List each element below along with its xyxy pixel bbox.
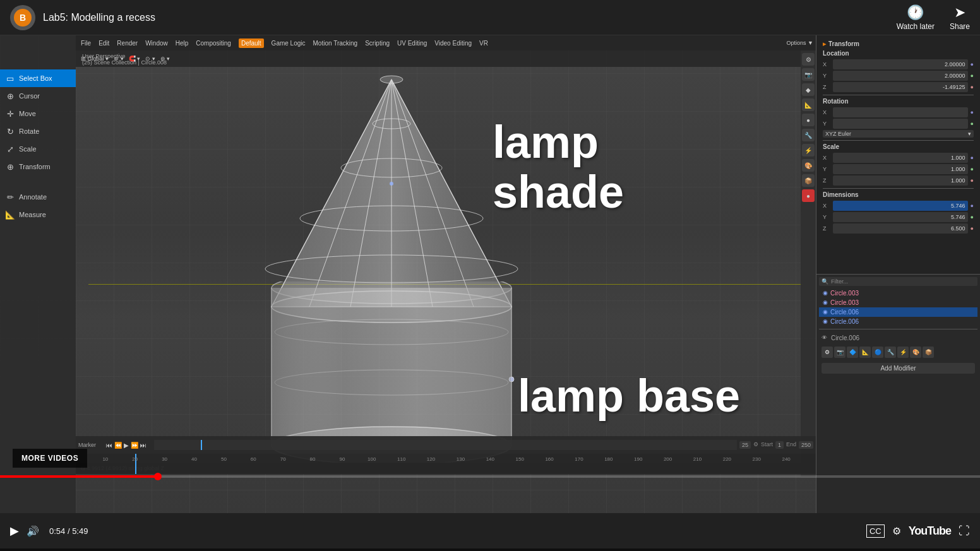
current-frame-display[interactable]: 25 — [739, 441, 751, 449]
xyz-euler-dropdown[interactable]: XYZ Euler ▾ — [823, 130, 974, 138]
timeline-frame-track[interactable] — [154, 440, 737, 450]
circle003-1-icon: ◉ — [823, 290, 828, 296]
menu-default[interactable]: Default — [239, 39, 264, 48]
menu-uv-editing[interactable]: UV Editing — [397, 40, 427, 47]
tl-play[interactable]: ▶ — [124, 442, 129, 449]
prop-icon-4[interactable]: 📐 — [859, 347, 871, 358]
ri-10[interactable]: ● — [802, 189, 815, 202]
prop-icon-7[interactable]: ⚡ — [897, 347, 909, 358]
scrubber-num-220: 220 — [723, 456, 731, 462]
tool-select-box[interactable]: ▭ Select Box — [0, 69, 76, 87]
scrubber-num-190: 190 — [634, 456, 642, 462]
prop-icon-2[interactable]: 📷 — [834, 347, 846, 358]
start-frame-input[interactable]: 1 — [775, 441, 784, 449]
scene-item-circle006-2[interactable]: ◉ Circle.006 — [819, 317, 977, 326]
scrubber-num-160: 160 — [545, 456, 553, 462]
tool-rotate[interactable]: ↻ Rotate — [0, 122, 76, 140]
menu-compositing[interactable]: Compositing — [196, 40, 231, 47]
play-button[interactable]: ▶ — [10, 524, 19, 538]
ri-1[interactable]: ⚙ — [802, 53, 815, 66]
measure-icon: 📐 — [5, 210, 15, 220]
prop-icon-5[interactable]: 🔵 — [872, 347, 883, 358]
menu-help[interactable]: Help — [176, 40, 189, 47]
volume-button[interactable]: 🔊 — [27, 525, 39, 537]
scrubber-inner[interactable]: 10 20 30 40 50 60 70 80 90 100 110 120 1… — [76, 454, 816, 474]
scale-label: Scale — [19, 145, 37, 153]
menu-window[interactable]: Window — [145, 40, 168, 47]
options-button[interactable]: Options ▼ — [787, 40, 813, 46]
dimensions-title: Dimensions — [823, 191, 974, 198]
tool-transform[interactable]: ⊕ Transform — [0, 158, 76, 175]
scene-filter-input[interactable]: 🔍Filter... — [819, 277, 977, 286]
prop-icon-6[interactable]: 🔧 — [885, 347, 896, 358]
fullscreen-button[interactable]: ⛶ — [959, 524, 970, 538]
ri-2[interactable]: 📷 — [802, 68, 815, 81]
menu-vr[interactable]: VR — [479, 40, 488, 47]
y-scale-input[interactable]: 1.000 — [833, 164, 968, 174]
end-frame-input[interactable]: 250 — [799, 441, 813, 449]
z-location-input[interactable]: -1.49125 — [833, 82, 968, 92]
tl-skip-end[interactable]: ⏭ — [140, 442, 146, 449]
x-location-input[interactable]: 2.00000 — [833, 59, 968, 69]
tool-scale[interactable]: ⤢ Scale — [0, 140, 76, 158]
prop-icon-3[interactable]: 🔷 — [847, 347, 858, 358]
share-button[interactable]: ➤ Share — [950, 4, 970, 31]
ri-8[interactable]: 🎨 — [802, 159, 815, 172]
prop-icon-8[interactable]: 🎨 — [910, 347, 921, 358]
menu-edit[interactable]: Edit — [99, 40, 109, 47]
ri-9[interactable]: 📦 — [802, 174, 815, 187]
menu-motion-tracking[interactable]: Motion Tracking — [313, 40, 358, 47]
scene-item-circle003-1[interactable]: ◉ Circle.003 — [819, 288, 977, 298]
menu-render[interactable]: Render — [117, 40, 138, 47]
more-videos-button[interactable]: MORE VIDEOS — [13, 449, 87, 468]
annotate-icon: ✏ — [5, 192, 15, 202]
settings-button[interactable]: ⚙ — [892, 525, 901, 537]
cc-button[interactable]: CC — [866, 524, 885, 538]
x-rotation-input[interactable] — [833, 107, 968, 117]
scrubber-num-240: 240 — [782, 456, 790, 462]
ri-5[interactable]: ● — [802, 114, 815, 126]
prop-icon-1[interactable]: ⚙ — [822, 347, 833, 358]
x-dimension-input[interactable]: 5.746 — [833, 201, 968, 211]
prop-icon-9[interactable]: 📦 — [923, 347, 934, 358]
y-scale-label: Y — [823, 166, 830, 172]
tool-move[interactable]: ✛ Move — [0, 105, 76, 122]
watch-later-button[interactable]: 🕐 Watch later — [897, 4, 935, 31]
scrubber-num-20: 20 — [132, 456, 138, 462]
add-modifier-button[interactable]: Add Modifier — [822, 363, 975, 374]
menu-scripting[interactable]: Scripting — [365, 40, 390, 47]
tl-next-frame[interactable]: ⏩ — [131, 442, 138, 449]
tl-skip-start[interactable]: ⏮ — [106, 442, 112, 449]
tool-cursor[interactable]: ⊕ Cursor — [0, 87, 76, 105]
menu-video-editing[interactable]: Video Editing — [434, 40, 472, 47]
x-scale-input[interactable]: 1.000 — [833, 153, 968, 163]
lamp-base-label: lamp base — [518, 370, 740, 422]
z-dimension-input[interactable]: 6.500 — [833, 223, 968, 234]
location-title: Location — [823, 50, 974, 57]
timeline-label: Marker — [78, 442, 104, 448]
progress-bar-container[interactable] — [0, 475, 980, 478]
top-bar: B Lab5: Modelling a recess 🕐 Watch later… — [0, 0, 980, 35]
ri-6[interactable]: 🔧 — [802, 129, 815, 141]
y-location-input[interactable]: 2.00000 — [833, 71, 968, 81]
z-scale-input[interactable]: 1.000 — [833, 175, 968, 186]
perspective-label: User Perspective — [82, 53, 167, 59]
rotation-title: Rotation — [823, 98, 974, 105]
video-container[interactable]: File Edit Render Window Help Compositing… — [0, 35, 980, 513]
menu-file[interactable]: File — [81, 40, 91, 47]
ri-3[interactable]: ◆ — [802, 83, 815, 96]
z-dim-label: Z — [823, 225, 830, 232]
tl-prev-frame[interactable]: ⏪ — [114, 442, 122, 449]
tool-measure[interactable]: 📐 Measure — [0, 206, 76, 223]
scene-item-circle003-2[interactable]: ◉ Circle.003 — [819, 298, 977, 307]
scene-item-circle006-1[interactable]: ◉ Circle.006 — [819, 307, 977, 317]
scrubber-row[interactable]: 10 20 30 40 50 60 70 80 90 100 110 120 1… — [76, 454, 816, 474]
channel-avatar[interactable]: B — [10, 5, 35, 30]
ri-4[interactable]: 📐 — [802, 98, 815, 111]
y-dimension-input[interactable]: 5.746 — [833, 212, 968, 222]
menu-game-logic[interactable]: Game Logic — [272, 40, 306, 47]
ri-7[interactable]: ⚡ — [802, 144, 815, 157]
y-rotation-input[interactable] — [833, 119, 968, 129]
svg-point-14 — [380, 76, 403, 83]
tool-annotate[interactable]: ✏ Annotate — [0, 188, 76, 206]
